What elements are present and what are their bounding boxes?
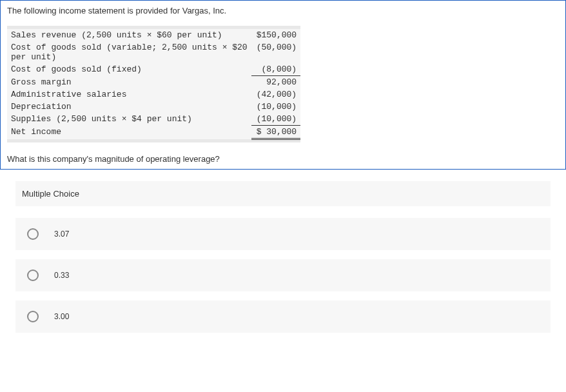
table-row: Administrative salaries (42,000) xyxy=(7,88,300,101)
table-row: Net income $ 30,000 xyxy=(7,126,300,139)
multiple-choice-header: Multiple Choice xyxy=(15,181,551,206)
table-row: Sales revenue (2,500 units × $60 per uni… xyxy=(7,29,300,41)
mc-option-label: 3.00 xyxy=(54,312,69,321)
question-intro: The following income statement is provid… xyxy=(7,6,559,15)
row-label: Net income xyxy=(7,126,251,139)
mc-option-2[interactable]: 0.33 xyxy=(15,259,551,291)
radio-icon[interactable] xyxy=(27,270,39,281)
row-label: Supplies (2,500 units × $4 per unit) xyxy=(7,113,251,126)
mc-option-label: 3.07 xyxy=(54,230,69,239)
row-amount: $ 30,000 xyxy=(251,126,300,139)
table-row: Cost of goods sold (fixed) (8,000) xyxy=(7,63,300,76)
table-row: Supplies (2,500 units × $4 per unit) (10… xyxy=(7,113,300,126)
row-label: Cost of goods sold (variable; 2,500 unit… xyxy=(7,41,251,63)
row-label: Sales revenue (2,500 units × $60 per uni… xyxy=(7,29,251,41)
row-amount: $150,000 xyxy=(251,29,300,41)
question-followup: What is this company's magnitude of oper… xyxy=(7,154,559,164)
mc-option-3[interactable]: 3.00 xyxy=(15,300,551,333)
row-amount: 92,000 xyxy=(251,76,300,89)
table-row: Depreciation (10,000) xyxy=(7,101,300,113)
row-amount: (10,000) xyxy=(251,101,300,113)
row-amount: (8,000) xyxy=(251,63,300,76)
mc-option-label: 0.33 xyxy=(54,271,69,280)
row-amount: (50,000) xyxy=(251,41,300,63)
table-row: Cost of goods sold (variable; 2,500 unit… xyxy=(7,41,300,63)
row-label: Depreciation xyxy=(7,101,251,113)
radio-icon[interactable] xyxy=(27,228,39,240)
row-amount: (42,000) xyxy=(251,88,300,101)
question-box: The following income statement is provid… xyxy=(0,0,566,170)
multiple-choice-section: Multiple Choice 3.07 0.33 3.00 xyxy=(0,181,566,333)
radio-icon[interactable] xyxy=(27,311,39,322)
row-label: Gross margin xyxy=(7,76,251,89)
income-statement-table: Sales revenue (2,500 units × $60 per uni… xyxy=(7,26,300,142)
mc-option-1[interactable]: 3.07 xyxy=(15,218,551,250)
row-amount: (10,000) xyxy=(251,113,300,126)
table-row: Gross margin 92,000 xyxy=(7,76,300,89)
row-label: Administrative salaries xyxy=(7,88,251,101)
row-label: Cost of goods sold (fixed) xyxy=(7,63,251,76)
